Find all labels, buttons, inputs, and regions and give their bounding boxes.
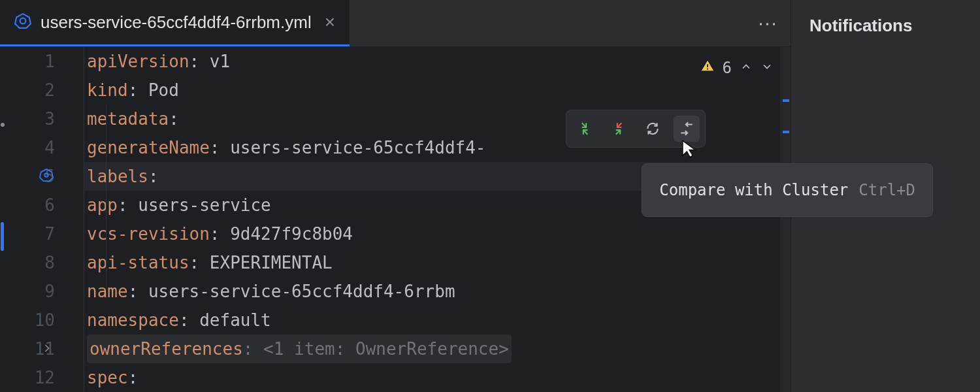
warning-count: 6: [723, 54, 732, 82]
code-line[interactable]: apiVersion: v1: [84, 47, 791, 76]
svg-marker-2: [40, 169, 53, 181]
line-number: 3: [0, 105, 55, 133]
yaml-key: apiVersion: [87, 47, 189, 76]
yaml-value: v1: [210, 47, 230, 76]
code-line[interactable]: api-status: EXPERIMENTAL: [84, 248, 791, 277]
line-number: 11: [0, 335, 55, 363]
code-line[interactable]: namespace: default: [84, 306, 791, 335]
code-pane[interactable]: apiVersion: v1kind: Podmetadata: generat…: [84, 47, 791, 392]
code-line[interactable]: kind: Pod: [84, 76, 791, 105]
tab-bar: users-service-65ccf4ddf4-6rrbm.yml × ⋮: [0, 0, 791, 47]
file-tab[interactable]: users-service-65ccf4ddf4-6rrbm.yml ×: [0, 0, 350, 46]
code-line[interactable]: name: users-service-65ccf4ddf4-6rrbm: [84, 277, 791, 306]
line-number: 10: [0, 306, 55, 335]
yaml-key: spec: [87, 363, 128, 392]
yaml-value: users-service: [138, 191, 271, 220]
line-number: 6: [0, 191, 55, 220]
inspections-widget[interactable]: 6: [700, 54, 774, 82]
yaml-value: users-service-65ccf4ddf4-6rrbm: [148, 277, 455, 306]
chevron-down-icon[interactable]: [760, 54, 774, 82]
yaml-value: EXPERIMENTAL: [210, 248, 333, 277]
compare-with-cluster-button[interactable]: [674, 116, 700, 142]
svg-point-3: [44, 173, 48, 177]
editor-column: users-service-65ccf4ddf4-6rrbm.yml × ⋮ 1…: [0, 0, 791, 392]
warning-icon: [700, 54, 715, 82]
yaml-value: default: [199, 306, 271, 335]
code-line[interactable]: spec:: [84, 363, 791, 392]
line-number: 2: [0, 76, 55, 105]
close-icon[interactable]: ×: [325, 13, 335, 31]
right-marker-strip: [780, 47, 791, 392]
line-number: 1: [0, 47, 55, 76]
line-number-gutter: 123456789101112: [0, 47, 84, 392]
folded-region[interactable]: ownerReferences: <1 item: OwnerReference…: [87, 335, 512, 363]
svg-rect-5: [707, 69, 708, 70]
yaml-key: metadata: [87, 105, 169, 133]
line-number: 5: [0, 162, 55, 191]
notifications-title: Notifications: [809, 16, 962, 36]
fold-chevron-icon[interactable]: [41, 335, 54, 363]
marker: [783, 131, 789, 133]
code-line[interactable]: vcs-revision: 9d427f9c8b04: [84, 220, 791, 248]
yaml-key: kind: [87, 76, 128, 105]
line-number: 8: [0, 248, 55, 277]
kubernetes-icon: [14, 12, 31, 32]
line-number: 9: [0, 277, 55, 306]
tooltip-shortcut: Ctrl+D: [858, 176, 915, 204]
tooltip: Compare with Cluster Ctrl+D: [642, 163, 933, 217]
line-number: 7: [0, 220, 55, 248]
yaml-key: api-status: [87, 248, 189, 277]
chevron-up-icon[interactable]: [740, 54, 753, 82]
yaml-key: labels: [87, 162, 148, 191]
kebab-menu-icon[interactable]: ⋮: [757, 15, 779, 32]
tab-filename: users-service-65ccf4ddf4-6rrbm.yml: [41, 12, 312, 33]
yaml-key: app: [87, 191, 118, 220]
yaml-key: namespace: [87, 306, 179, 335]
kubernetes-gutter-icon[interactable]: [39, 162, 54, 191]
yaml-key: name: [87, 277, 128, 306]
line-number: 4: [0, 133, 55, 162]
line-number: 12: [0, 363, 55, 392]
yaml-value: users-service-65ccf4ddf4-: [230, 133, 485, 162]
yaml-value: Pod: [148, 76, 179, 105]
tab-bar-actions: ⋮: [757, 15, 779, 32]
pull-from-cluster-button[interactable]: [606, 116, 632, 142]
refresh-button[interactable]: [640, 116, 666, 142]
yaml-value: 9d427f9c8b04: [230, 220, 353, 248]
code-line[interactable]: ownerReferences: <1 item: OwnerReference…: [84, 335, 791, 363]
editor-body[interactable]: 123456789101112 apiVersion: v1kind: Podm…: [0, 47, 791, 392]
svg-point-1: [20, 18, 26, 24]
marker: [783, 99, 789, 102]
svg-rect-4: [707, 64, 708, 67]
indent-guide: [106, 105, 106, 287]
push-to-cluster-button[interactable]: [572, 116, 598, 142]
svg-marker-0: [15, 14, 31, 28]
tooltip-label: Compare with Cluster: [659, 176, 848, 204]
